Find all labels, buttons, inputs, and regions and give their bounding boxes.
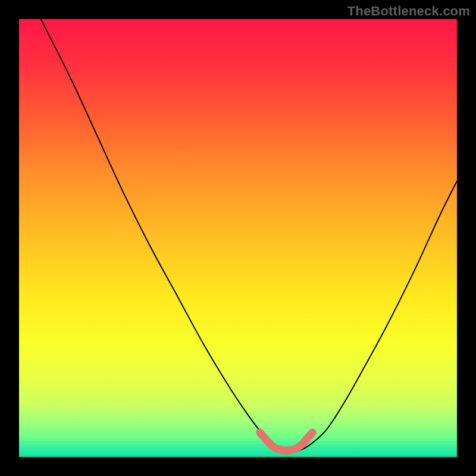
watermark-text: TheBottleneck.com (347, 4, 470, 19)
chart-frame: TheBottleneck.com (0, 0, 476, 476)
gradient-background (19, 19, 457, 457)
bottleneck-chart (0, 0, 476, 476)
